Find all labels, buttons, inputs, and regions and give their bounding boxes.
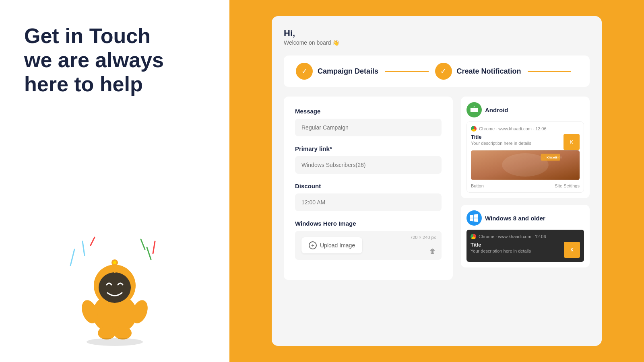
notif-source-windows: Chrome · www.khaadi.com · 12:06 — [471, 234, 580, 239]
discount-input[interactable] — [295, 193, 442, 211]
upload-area: 720 × 240 px + Upload Image 🗑 — [295, 231, 442, 260]
upload-image-button[interactable]: + Upload Image — [301, 237, 362, 253]
android-notif-card: Chrome · www.khaadi.com · 12:06 Title Yo… — [466, 121, 584, 193]
upload-label: Upload Image — [320, 242, 355, 249]
step2-circle: ✓ — [435, 63, 452, 80]
greeting-section: Hi, Welcome on board 👋 — [284, 28, 590, 46]
notif-desc-android: Your description here in details — [471, 141, 531, 146]
windows-preview: Windows 8 and older Chrome · www.khaadi.… — [461, 205, 590, 267]
content-area: Message Primary link* Discount Windows H… — [284, 97, 590, 280]
step-campaign-details: ✓ Campaign Details — [296, 63, 378, 80]
plus-circle-icon: + — [309, 241, 317, 249]
discount-label: Discount — [295, 183, 442, 189]
windows-header: Windows 8 and older — [466, 210, 584, 226]
svg-line-5 — [141, 239, 145, 249]
notif-title-windows: Title — [471, 242, 531, 248]
windows-notif-card: Chrome · www.khaadi.com · 12:06 Title Yo… — [466, 230, 584, 262]
robot-illustration — [24, 112, 205, 346]
svg-line-0 — [70, 249, 74, 265]
svg-line-4 — [153, 241, 155, 253]
right-panel: Hi, Welcome on board 👋 ✓ Campaign Detail… — [229, 0, 644, 362]
notif-actions-android: Button Site Settings — [471, 183, 580, 188]
message-input[interactable] — [295, 119, 442, 136]
notif-title-android: Title — [471, 134, 531, 140]
step-line-2 — [528, 71, 571, 72]
brand-logo-android: K — [564, 134, 580, 150]
svg-line-1 — [83, 241, 85, 255]
notif-desc-windows: Your description here in details — [471, 249, 531, 253]
message-label: Message — [295, 108, 442, 115]
chrome-icon-windows — [471, 234, 476, 239]
preview-panel: Android Chrome · www.khaadi.com · 12:06 … — [461, 97, 590, 280]
brand-logo-windows: K — [564, 242, 580, 258]
primary-link-input[interactable] — [295, 156, 442, 174]
step1-label: Campaign Details — [318, 67, 378, 76]
windows-label: Windows 8 and older — [485, 215, 545, 222]
svg-point-11 — [113, 261, 116, 264]
primary-link-group: Primary link* — [295, 145, 442, 174]
discount-group: Discount — [295, 183, 442, 211]
step-line-1 — [385, 71, 428, 72]
android-header: Android — [466, 102, 584, 117]
step2-label: Create Notification — [457, 67, 521, 76]
hero-image-group: Windows Hero Image 720 × 240 px + Upload… — [295, 220, 442, 260]
steps-bar: ✓ Campaign Details ✓ Create Notification — [284, 56, 590, 87]
primary-link-label: Primary link* — [295, 145, 442, 152]
greeting-hi: Hi, — [284, 28, 590, 39]
android-label: Android — [485, 107, 508, 113]
windows-icon — [466, 210, 482, 226]
android-preview: Android Chrome · www.khaadi.com · 12:06 … — [461, 97, 590, 198]
step1-circle: ✓ — [296, 63, 313, 80]
hero-image-label: Windows Hero Image — [295, 220, 442, 227]
hero-text: Get in Touch we are always here to help — [24, 24, 205, 96]
upload-size-hint: 720 × 240 px — [410, 235, 436, 240]
svg-point-14 — [98, 327, 116, 339]
message-group: Message — [295, 108, 442, 136]
left-panel: Get in Touch we are always here to help — [0, 0, 229, 362]
svg-line-3 — [147, 247, 151, 259]
svg-point-16 — [87, 338, 143, 346]
main-card: Hi, Welcome on board 👋 ✓ Campaign Detail… — [272, 16, 602, 346]
form-panel: Message Primary link* Discount Windows H… — [284, 97, 453, 280]
android-icon — [466, 102, 482, 117]
notif-image-android: Khaadi Khaadi — [471, 150, 580, 180]
step-create-notification: ✓ Create Notification — [435, 63, 521, 80]
svg-text:Khaadi: Khaadi — [547, 156, 557, 159]
trash-icon[interactable]: 🗑 — [429, 248, 436, 255]
chrome-icon — [471, 126, 477, 132]
svg-point-8 — [99, 272, 131, 303]
greeting-sub: Welcome on board 👋 — [284, 39, 590, 46]
svg-point-15 — [114, 327, 132, 339]
headline: Get in Touch we are always here to help — [24, 24, 205, 96]
svg-line-2 — [91, 237, 95, 245]
notif-source-android: Chrome · www.khaadi.com · 12:06 — [471, 126, 580, 132]
